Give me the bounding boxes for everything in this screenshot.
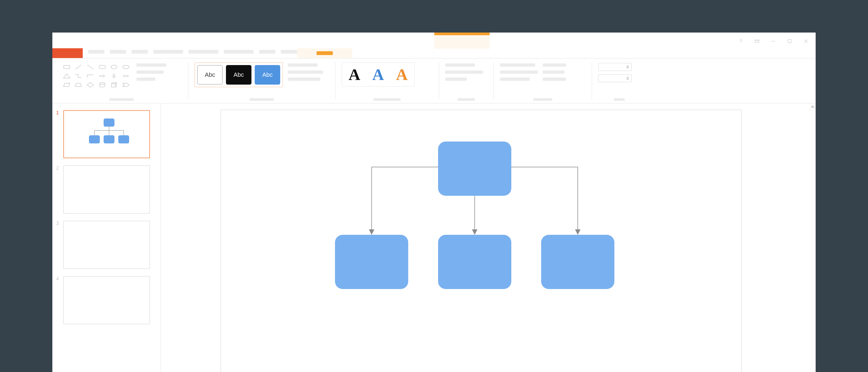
shape-trapezoid-icon[interactable] bbox=[73, 81, 84, 89]
tab-view[interactable] bbox=[281, 50, 297, 54]
shape-arrow-right-icon[interactable] bbox=[97, 72, 107, 80]
shape-style-outline[interactable]: Abc bbox=[197, 65, 223, 85]
svg-marker-17 bbox=[75, 83, 82, 87]
shape-parallelogram-icon[interactable] bbox=[62, 81, 72, 89]
align-button[interactable] bbox=[445, 78, 467, 81]
slide-thumbnail-4[interactable] bbox=[63, 276, 150, 324]
tab-shape-format[interactable] bbox=[297, 48, 352, 58]
window-controls: ? bbox=[738, 38, 809, 44]
slide-thumbnail-row: 4 bbox=[56, 276, 154, 324]
text-box-button[interactable] bbox=[136, 70, 163, 74]
shape-cube-icon[interactable] bbox=[109, 81, 119, 89]
shape-line-icon[interactable] bbox=[73, 63, 84, 71]
slide-thumbnail-1[interactable] bbox=[63, 110, 150, 158]
org-chart-box-child-b[interactable] bbox=[438, 235, 511, 289]
selection-button[interactable] bbox=[543, 78, 566, 81]
shape-style-gallery[interactable]: Abc Abc Abc bbox=[194, 62, 283, 87]
ribbon-group-shape-styles: Abc Abc Abc bbox=[188, 59, 335, 103]
svg-rect-9 bbox=[99, 65, 105, 69]
group-label-wordart bbox=[373, 98, 401, 101]
org-chart-box-top[interactable] bbox=[438, 142, 511, 196]
slide-editor-area bbox=[161, 103, 816, 372]
bring-forward-button[interactable] bbox=[500, 63, 535, 67]
wordart-gallery[interactable]: A A A bbox=[341, 62, 415, 87]
alt-text-button[interactable] bbox=[445, 63, 475, 67]
maximize-button[interactable] bbox=[787, 38, 792, 44]
ribbon-display-options-button[interactable] bbox=[754, 38, 760, 44]
ribbon: Abc Abc Abc A A A bbox=[52, 59, 816, 103]
edit-shape-button[interactable] bbox=[136, 63, 166, 67]
wordart-style-black[interactable]: A bbox=[348, 66, 360, 83]
slide-canvas[interactable] bbox=[220, 110, 742, 372]
merge-shapes-button[interactable] bbox=[136, 78, 155, 81]
tab-insert[interactable] bbox=[110, 50, 126, 54]
align-menu-button[interactable] bbox=[543, 63, 566, 67]
wordart-style-orange[interactable]: A bbox=[396, 66, 408, 83]
shape-arrow-down-icon[interactable] bbox=[109, 72, 119, 80]
minimize-button[interactable] bbox=[771, 38, 776, 44]
shape-hexagon-icon[interactable] bbox=[121, 63, 131, 71]
vertical-scrollbar[interactable] bbox=[810, 104, 816, 372]
shape-elbow-icon[interactable] bbox=[85, 72, 95, 80]
shape-connector-icon[interactable] bbox=[73, 72, 84, 80]
contextual-tab-accent bbox=[434, 33, 490, 35]
svg-marker-23 bbox=[123, 83, 129, 87]
selection-pane-button[interactable] bbox=[445, 70, 483, 74]
slide-thumbnail-2[interactable] bbox=[63, 165, 150, 214]
send-backward-button[interactable] bbox=[500, 70, 538, 74]
group-label-size bbox=[614, 98, 625, 101]
shape-cylinder-icon[interactable] bbox=[97, 81, 107, 89]
ribbon-group-wordart-styles: A A A bbox=[336, 59, 439, 103]
shape-outline-button[interactable] bbox=[288, 70, 323, 74]
powerpoint-window: ? bbox=[52, 33, 816, 372]
shape-width-input[interactable] bbox=[598, 74, 632, 83]
shape-height-input[interactable] bbox=[598, 63, 632, 71]
shape-fill-button[interactable] bbox=[288, 63, 318, 67]
shape-diamond-icon[interactable] bbox=[85, 81, 95, 89]
shape-ellipse-icon[interactable] bbox=[109, 63, 119, 71]
svg-marker-22 bbox=[115, 83, 116, 87]
shape-rectangle-icon[interactable] bbox=[62, 63, 72, 71]
tab-transitions[interactable] bbox=[153, 50, 183, 54]
shape-line2-icon[interactable] bbox=[85, 63, 95, 71]
shape-triangle-icon[interactable] bbox=[62, 72, 72, 80]
scroll-up-arrow-icon[interactable] bbox=[811, 105, 814, 107]
ribbon-tab-strip bbox=[52, 49, 816, 59]
tab-design[interactable] bbox=[131, 50, 148, 54]
slide-thumbnail-3[interactable] bbox=[63, 221, 150, 269]
rotate-button[interactable] bbox=[543, 70, 564, 74]
group-label-accessibility bbox=[458, 98, 475, 101]
shape-style-blue[interactable]: Abc bbox=[255, 65, 280, 85]
svg-marker-13 bbox=[99, 74, 105, 78]
tab-home[interactable] bbox=[88, 50, 104, 54]
close-button[interactable] bbox=[803, 38, 809, 44]
org-chart-box-child-c[interactable] bbox=[541, 235, 614, 289]
shape-gallery[interactable] bbox=[61, 62, 131, 90]
shape-chevron-icon[interactable] bbox=[121, 81, 131, 89]
tab-animations[interactable] bbox=[188, 50, 218, 54]
svg-rect-0 bbox=[755, 40, 759, 42]
svg-marker-11 bbox=[123, 65, 129, 69]
wordart-style-blue[interactable]: A bbox=[372, 66, 384, 83]
svg-marker-15 bbox=[123, 74, 129, 78]
org-chart-box-child-a[interactable] bbox=[335, 235, 408, 289]
svg-marker-14 bbox=[112, 74, 116, 79]
svg-marker-18 bbox=[87, 83, 94, 87]
svg-rect-3 bbox=[788, 39, 791, 43]
group-button[interactable] bbox=[500, 78, 530, 81]
group-label-insert-shapes bbox=[109, 98, 134, 101]
group-label-shape-styles bbox=[250, 98, 274, 101]
tab-review[interactable] bbox=[259, 50, 275, 54]
tab-slideshow[interactable] bbox=[224, 50, 254, 54]
shape-rounded-rect-icon[interactable] bbox=[97, 63, 107, 71]
svg-marker-16 bbox=[63, 83, 70, 87]
svg-point-19 bbox=[99, 83, 105, 84]
ribbon-group-arrange bbox=[494, 59, 592, 103]
shape-arrow-bidir-icon[interactable] bbox=[121, 72, 131, 80]
svg-rect-20 bbox=[112, 84, 115, 87]
file-tab[interactable] bbox=[52, 48, 83, 58]
shape-effects-button[interactable] bbox=[288, 78, 320, 81]
help-button[interactable]: ? bbox=[738, 38, 744, 44]
shape-style-black[interactable]: Abc bbox=[226, 65, 251, 85]
slide-thumbnail-panel[interactable]: 1 2 3 bbox=[52, 103, 161, 372]
